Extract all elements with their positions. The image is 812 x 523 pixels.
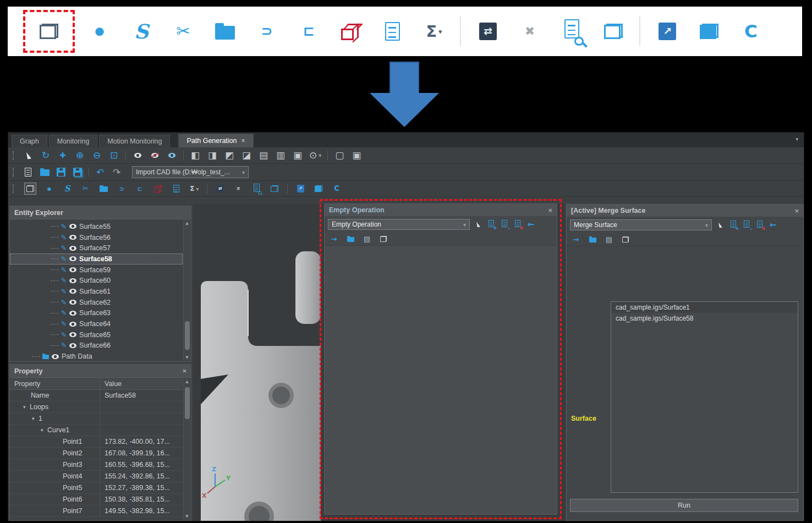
scroll-down-icon[interactable]: ▼ [184,513,190,520]
property-row-point6[interactable]: Point6150.38, -385.81, 15... [10,494,183,505]
macro-script-button[interactable]: Σ ▾ [421,19,447,44]
property-row-point4[interactable]: Point4155.24, -392.86, 15... [10,471,183,482]
window-menu-caret-icon[interactable]: ▾ [795,137,798,142]
select-cursor-button[interactable] [23,150,34,162]
view-iso-button[interactable]: ▣ [292,150,303,162]
extend-surface-button[interactable]: ⊏ [296,19,321,44]
undo-button[interactable]: ↶ [95,166,106,178]
surface-list-item[interactable]: cad_sample.igs/Surface58 [611,313,798,324]
find-entity-button[interactable] [559,19,584,44]
text-document-button[interactable] [380,19,405,44]
single-window-button[interactable]: ▢ [334,150,345,162]
property-row-point2[interactable]: Point2167.08, -399.19, 16... [10,448,183,459]
eye-icon[interactable] [69,246,76,251]
duplicate-surface-button[interactable] [36,19,62,44]
apply-selection-button[interactable]: ← [768,219,778,230]
zoom-in-button[interactable]: ⊕ [74,150,85,162]
redo-button[interactable]: ↷ [111,166,122,178]
copy-list-button[interactable] [378,234,388,245]
surface-list-item[interactable]: cad_sample.igs/Surface1 [611,302,798,313]
expander-icon[interactable]: ▾ [41,428,47,433]
tab-graph[interactable]: Graph [12,135,47,147]
zoom-fit-button[interactable]: ⊡ [108,150,119,162]
property-scrollbar[interactable]: ▲ ▼ [183,378,190,520]
add-from-view-button[interactable]: → [571,234,581,245]
tree-item-surface65[interactable]: ✎Surface65 [10,329,183,340]
tree-item-surface58-selected[interactable]: ✎Surface58 [10,254,183,265]
property-row-point3[interactable]: Point3160.55, -396.68, 15... [10,459,183,471]
toolbar-grip[interactable] [13,184,15,193]
open-group-button[interactable] [588,234,597,245]
toolbar-grip[interactable] [13,168,15,177]
eye-icon[interactable] [69,311,76,316]
add-item-button[interactable]: + [486,219,496,230]
tree-item-surface66[interactable]: ✎Surface66 [10,340,183,351]
open-file-button[interactable] [39,166,50,178]
add-item-button[interactable]: + [728,219,738,230]
view-right-button[interactable]: ◪ [241,150,252,162]
pan-view-button[interactable]: ✚ [57,150,68,162]
transfer-data-button[interactable]: ⇄ [215,183,226,195]
scroll-up-icon[interactable]: ▲ [184,220,190,227]
snapshot-button[interactable]: ⊙▾ [309,150,321,162]
new-file-button[interactable] [23,166,34,178]
property-row-point5[interactable]: Point5152.27, -389.38, 15... [10,482,183,494]
property-row-name[interactable]: NameSurface58 [10,390,183,401]
tree-item-surface56[interactable]: ✎Surface56 [10,232,183,243]
close-icon[interactable]: × [548,206,552,214]
arrange-windows-button[interactable] [696,19,722,44]
export-window-button[interactable]: ↗ [295,183,306,195]
group-folder-button[interactable] [98,183,109,195]
view-left-button[interactable]: ◩ [224,150,235,162]
tree-item-surface62[interactable]: ✎Surface62 [10,297,183,308]
eye-icon[interactable] [69,289,76,294]
chevron-down-icon[interactable]: ▾ [438,27,442,36]
create-spline-button[interactable]: S [129,19,154,44]
eye-icon[interactable] [69,343,76,348]
surface-list[interactable]: cad_sample.igs/Surface1 cad_sample.igs/S… [611,301,798,493]
tab-motion-monitoring[interactable]: Motion Monitoring [99,135,170,147]
tab-monitoring[interactable]: Monitoring [49,135,97,147]
tab-close-icon[interactable]: × [242,137,245,145]
create-point-button[interactable]: ● [43,183,54,195]
text-document-button[interactable] [171,183,182,195]
property-row-curve1[interactable]: ▾Curve1 [10,425,183,436]
scroll-down-icon[interactable]: ▼ [184,354,190,361]
offset-surface-button[interactable]: ⊃ [116,183,127,195]
cad-part-model[interactable] [201,251,321,521]
eye-icon[interactable] [52,354,59,359]
arc-tool-button[interactable]: C [738,19,764,44]
extend-surface-button[interactable]: ⊏ [134,183,145,195]
merge-surface-header[interactable]: [Active] Merge Surface × [567,205,803,217]
property-panel-header[interactable]: Property × [10,365,191,378]
duplicate-entity-button[interactable] [601,19,626,44]
solid-box-button[interactable] [338,19,363,44]
export-window-button[interactable]: ↗ [655,19,680,44]
chevron-down-icon[interactable]: ▾ [463,222,466,228]
close-icon[interactable]: × [182,367,186,375]
open-group-button[interactable] [345,234,355,245]
hide-entity-button[interactable] [149,150,160,162]
empty-operation-header[interactable]: Empty Operation × [325,204,557,216]
show-table-button[interactable]: ▤ [604,234,614,245]
property-row-loops[interactable]: ▾Loops [10,401,183,413]
eye-icon[interactable] [69,322,76,327]
add-from-view-button[interactable]: → [329,234,339,245]
tree-item-surface61[interactable]: ✎Surface61 [10,286,183,297]
duplicate-surface-button[interactable] [24,183,36,195]
run-button[interactable]: Run [570,499,798,512]
scrollbar-thumb[interactable] [185,387,190,419]
solid-box-button[interactable] [152,183,163,195]
insert-item-button[interactable]: - [742,219,751,230]
view-back-button[interactable]: ◨ [207,150,218,162]
tab-path-generation[interactable]: Path Generation × [178,134,253,147]
eye-icon[interactable] [69,267,76,272]
offset-surface-button[interactable]: ⊃ [254,19,279,44]
trim-knife-button[interactable]: ✂ [80,183,91,195]
chevron-down-icon[interactable]: ▾ [196,186,199,192]
remove-item-button[interactable]: × [755,219,765,230]
cad-file-combobox[interactable]: Import CAD file (D:₩olp_test_... ▾ [132,166,249,178]
view-front-button[interactable]: ◧ [190,150,201,162]
show-selected-button[interactable] [166,150,177,162]
expander-icon[interactable]: ▾ [32,416,39,421]
